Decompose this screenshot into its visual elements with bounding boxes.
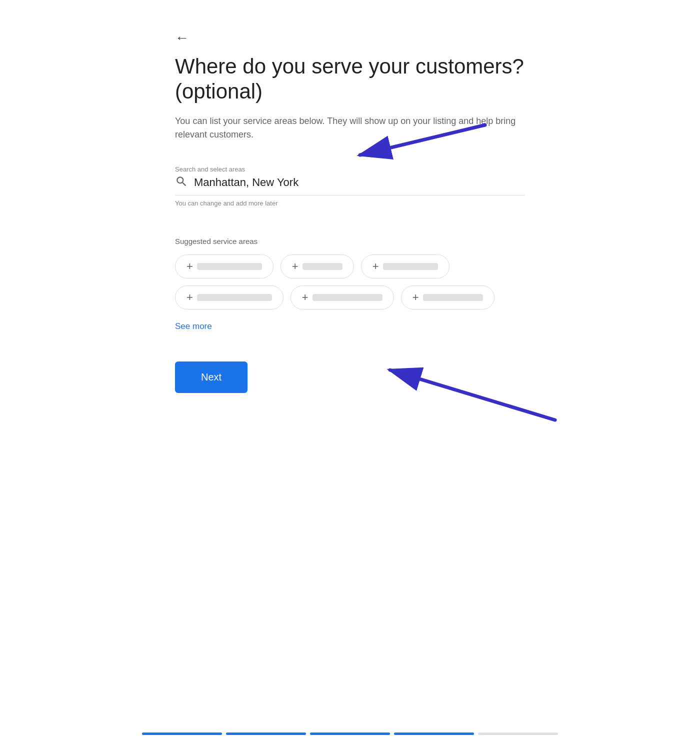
chip-5[interactable]: +	[290, 286, 394, 310]
search-section: Search and select areas You can change a…	[175, 166, 525, 207]
chip-label	[197, 294, 272, 301]
chip-plus-icon: +	[302, 292, 308, 303]
chip-1[interactable]: +	[175, 254, 274, 278]
chip-6[interactable]: +	[401, 286, 494, 310]
suggested-section: Suggested service areas + + + + +	[175, 237, 525, 362]
progress-bar-row	[0, 732, 700, 750]
suggested-label: Suggested service areas	[175, 237, 525, 246]
page-title: Where do you serve your customers? (opti…	[175, 54, 525, 104]
search-input-row	[175, 175, 525, 196]
progress-segment-2	[226, 732, 306, 735]
progress-segment-4	[394, 732, 474, 735]
progress-segment-3	[310, 732, 390, 735]
chip-label	[383, 263, 438, 270]
search-hint: You can change and add more later	[175, 200, 525, 207]
progress-segment-1	[142, 732, 222, 735]
progress-segment-5	[478, 732, 558, 735]
chip-label	[423, 294, 483, 301]
chip-plus-icon: +	[292, 261, 298, 272]
search-input[interactable]	[194, 176, 525, 189]
search-label: Search and select areas	[175, 166, 525, 173]
chip-label	[312, 294, 382, 301]
svg-line-3	[390, 370, 555, 420]
chip-label	[197, 263, 262, 270]
chip-4[interactable]: +	[175, 286, 284, 310]
back-arrow-icon: ←	[175, 30, 189, 46]
page-subtitle: You can list your service areas below. T…	[175, 114, 525, 142]
search-icon	[175, 175, 188, 190]
page-container: ← Where do you serve your customers? (op…	[145, 0, 555, 453]
chip-plus-icon: +	[412, 292, 419, 303]
chip-plus-icon: +	[372, 261, 379, 272]
chips-grid: + + + + + +	[175, 254, 525, 310]
chip-label	[302, 263, 342, 270]
chip-2[interactable]: +	[280, 254, 354, 278]
see-more-button[interactable]: See more	[175, 322, 212, 332]
next-button[interactable]: Next	[175, 362, 248, 393]
chip-3[interactable]: +	[361, 254, 450, 278]
chip-plus-icon: +	[186, 292, 193, 303]
chip-plus-icon: +	[186, 261, 193, 272]
back-button[interactable]: ←	[175, 30, 189, 46]
